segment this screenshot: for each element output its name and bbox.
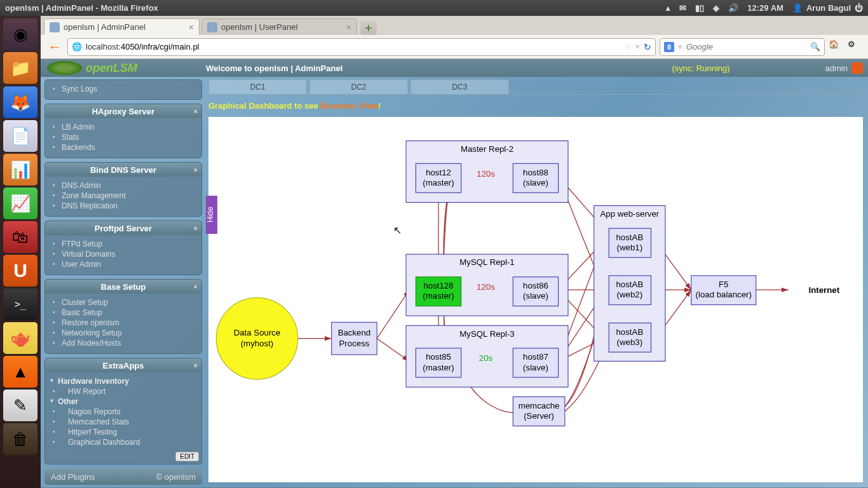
svg-text:(load balancer): (load balancer): [696, 290, 752, 299]
collapse-icon[interactable]: ×: [194, 362, 198, 369]
tab-close-icon[interactable]: ×: [346, 22, 351, 32]
vlc-tray-icon[interactable]: ▴: [666, 3, 670, 13]
sidebar-item-synclogs[interactable]: Sync Logs: [48, 84, 199, 94]
favicon-icon: [207, 22, 217, 32]
sidebar-item-addnodes[interactable]: Add Nodes/Hosts: [48, 338, 199, 348]
svg-text:hostAB: hostAB: [616, 233, 644, 242]
collapse-icon[interactable]: ×: [194, 283, 198, 290]
network-diagram: Data Source (myhost) Backend Process Mas…: [208, 117, 863, 482]
collapse-icon[interactable]: ×: [194, 224, 198, 232]
svg-text:(master): (master): [423, 291, 454, 301]
sidebar-item-dashboard[interactable]: Graphical Dashboard: [48, 437, 199, 447]
calc-icon[interactable]: 📈: [3, 187, 37, 219]
user-menu[interactable]: 👤 Arun Bagul ⏻: [792, 3, 863, 13]
svg-text:host88: host88: [523, 168, 548, 177]
sound-icon[interactable]: 🔊: [728, 3, 738, 13]
search-icon[interactable]: 🔍: [810, 42, 820, 51]
svg-text:(Server): (Server): [524, 411, 554, 421]
tab-userpanel[interactable]: openlsm | UserPanel ×: [201, 18, 357, 35]
sidebar-item-httperf[interactable]: Httperf Testing: [48, 427, 199, 437]
writer-icon[interactable]: 📄: [3, 120, 37, 152]
tab-dc3[interactable]: DC3: [410, 79, 509, 94]
sidebar-item-stats[interactable]: Stats: [48, 132, 199, 142]
vlc-icon[interactable]: ▲: [3, 356, 37, 388]
sidebar-item-cluster[interactable]: Cluster Setup: [48, 297, 199, 308]
svg-text:MySQL Repl-1: MySQL Repl-1: [459, 257, 514, 267]
sidebar-item-hwreport[interactable]: HW Report: [48, 386, 199, 396]
unity-launcher: ◉ 📁 🦊 📄 📊 📈 🛍 U >_ 🫖 ▲ ✎ 🗑: [0, 16, 41, 488]
svg-text:Master Repl-2: Master Repl-2: [461, 144, 513, 154]
clock[interactable]: 12:29 AM: [747, 3, 783, 13]
sidebar-item-restore[interactable]: Restore openlsm: [48, 318, 199, 328]
reload-icon[interactable]: ↻: [644, 42, 651, 52]
collapse-icon[interactable]: ×: [194, 107, 198, 115]
svg-text:MySQL Repl-3: MySQL Repl-3: [459, 329, 514, 339]
edit-button[interactable]: EDIT: [175, 452, 199, 461]
sidebar-group-hardware[interactable]: Hardware Inventory: [48, 376, 199, 386]
tab-close-icon[interactable]: ×: [189, 22, 194, 32]
wifi-icon[interactable]: ◈: [713, 3, 719, 13]
sidebar-item-dnsrepl[interactable]: DNS Replication: [48, 201, 199, 211]
sidebar-item-basic[interactable]: Basic Setup: [48, 308, 199, 318]
sidebar-item-vdomains[interactable]: Virtual Domains: [48, 249, 199, 259]
back-button[interactable]: ←: [46, 38, 64, 56]
add-plugins-link[interactable]: Add Plugins: [51, 472, 95, 482]
app-logo[interactable]: openLSM: [41, 59, 206, 77]
sidebar: Sync Logs HAproxy Server× LB Admin Stats…: [41, 77, 206, 487]
gedit-icon[interactable]: ✎: [3, 390, 37, 421]
sidebar-item-ftpd[interactable]: FTPd Setup: [48, 239, 199, 249]
trash-icon[interactable]: 🗑: [3, 423, 37, 455]
bookmark-icon[interactable]: ☆: [624, 42, 632, 51]
system-tray: ▴ ✉ ▮▯ ◈ 🔊 12:29 AM 👤 Arun Bagul ⏻: [666, 3, 863, 13]
sidebar-item-backends[interactable]: Backends: [48, 142, 199, 152]
logout-icon[interactable]: [851, 62, 863, 74]
sidebar-item-network[interactable]: Networking Setup: [48, 328, 199, 338]
svg-text:20s: 20s: [479, 353, 493, 363]
collapse-icon[interactable]: ×: [194, 166, 198, 173]
svg-text:hostAB: hostAB: [616, 327, 644, 337]
sidebar-item-useradmin[interactable]: User Admin: [48, 259, 199, 269]
address-bar: ← 🌐 localhost:4050/infra/cgi/main.pl ☆ ▾…: [41, 35, 868, 59]
hide-sidebar-tab[interactable]: Hide: [206, 196, 217, 234]
tab-dc1[interactable]: DC1: [208, 79, 307, 94]
dash-icon[interactable]: ◉: [3, 18, 37, 50]
impress-icon[interactable]: 📊: [3, 154, 37, 186]
battery-icon[interactable]: ▮▯: [695, 3, 704, 13]
terminal-icon[interactable]: >_: [3, 288, 37, 320]
sidebar-item-lbadmin[interactable]: LB Admin: [48, 122, 199, 132]
firefox-icon[interactable]: 🦊: [3, 86, 37, 118]
files-icon[interactable]: 📁: [3, 52, 37, 84]
svg-text:host128: host128: [423, 281, 453, 290]
sidebar-item-zonemgmt[interactable]: Zone Management: [48, 191, 199, 201]
software-icon[interactable]: 🛍: [3, 221, 37, 253]
dc-tabs: DC1 DC2 DC3: [208, 79, 863, 95]
sidebar-group-other[interactable]: Other: [48, 396, 199, 407]
mail-icon[interactable]: ✉: [679, 3, 686, 13]
sidebar-item-memcached[interactable]: Memcached Stats: [48, 417, 199, 427]
sidebar-footer: Add Plugins © openlsm: [44, 468, 202, 485]
new-tab-button[interactable]: +: [360, 21, 377, 35]
home-button[interactable]: 🏠: [829, 39, 844, 55]
app-header: openLSM Welcome to openlsm | AdminPanel …: [41, 59, 868, 77]
svg-text:memcache: memcache: [519, 401, 560, 410]
svg-text:F5: F5: [719, 280, 728, 289]
tools-icon[interactable]: ⚙: [848, 39, 863, 55]
svg-text:(web2): (web2): [617, 290, 643, 299]
power-icon[interactable]: ⏻: [855, 3, 863, 13]
sidebar-panel-synclogs: Sync Logs: [44, 79, 202, 100]
tab-dc2[interactable]: DC2: [309, 79, 408, 94]
svg-text:host86: host86: [523, 281, 548, 290]
search-input[interactable]: 8 ▾ 🔍: [660, 38, 825, 56]
sidebar-item-nagios[interactable]: Nagios Reports: [48, 407, 199, 417]
tea-icon[interactable]: 🫖: [3, 322, 37, 354]
url-input[interactable]: 🌐 localhost:4050/infra/cgi/main.pl ☆ ▾ ↻: [67, 38, 656, 56]
sidebar-item-dnsadmin[interactable]: DNS Admin: [48, 180, 199, 191]
dashboard-message: Graphical Dashboard to see Business View…: [208, 95, 863, 117]
ubuntuone-icon[interactable]: U: [3, 255, 37, 287]
sidebar-panel-basesetup: Base Setup× Cluster Setup Basic Setup Re…: [44, 279, 202, 354]
sidebar-panel-extraapps: ExtraApps× Hardware Inventory HW Report …: [44, 358, 202, 464]
sync-status: (sync: Running): [672, 64, 730, 73]
svg-text:host87: host87: [523, 352, 548, 362]
tab-adminpanel[interactable]: openlsm | AdminPanel ×: [44, 18, 200, 35]
svg-text:App web-server: App web-server: [600, 209, 659, 219]
